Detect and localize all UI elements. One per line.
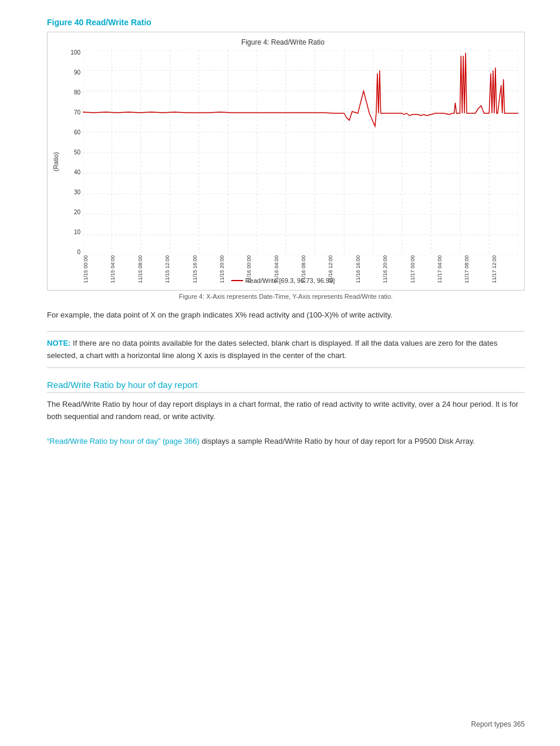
y-tick-30: 30 bbox=[64, 190, 83, 195]
note-label: NOTE: bbox=[47, 339, 70, 347]
section-text1: The Read/Write Ratio by hour of day repo… bbox=[47, 400, 518, 421]
x-label-5: 11/15 20:00 bbox=[219, 255, 246, 285]
y-tick-60: 60 bbox=[64, 130, 83, 136]
x-label-12: 11/17 00:00 bbox=[410, 255, 437, 285]
x-label-8: 11/16 08:00 bbox=[301, 255, 328, 285]
x-label-14: 11/17 08:00 bbox=[464, 255, 491, 285]
chart-inner: 0 10 20 30 40 50 60 70 80 90 100 bbox=[64, 50, 518, 273]
section-body: The Read/Write Ratio by hour of day repo… bbox=[47, 399, 525, 447]
y-ticks: 0 10 20 30 40 50 60 70 80 90 100 bbox=[64, 50, 83, 255]
section-link[interactable]: “Read/Write Ratio by hour of day” (page … bbox=[47, 437, 200, 445]
footer-text: Report types 365 bbox=[471, 720, 525, 728]
section-text2: displays a sample Read/Write Ratio by ho… bbox=[200, 437, 475, 445]
chart-svg bbox=[83, 50, 518, 255]
x-label-6: 11/16 00:00 bbox=[246, 255, 273, 285]
y-tick-80: 80 bbox=[64, 90, 83, 96]
y-tick-0: 0 bbox=[64, 249, 83, 255]
x-label-10: 11/16 16:00 bbox=[355, 255, 382, 285]
x-label-15: 11/17 12:00 bbox=[491, 255, 518, 285]
section-heading: Read/Write Ratio by hour of day report bbox=[47, 380, 525, 393]
body-text-example: For example, the data point of X on the … bbox=[47, 309, 525, 322]
chart-area: (Ratio) 0 10 20 30 40 50 60 70 80 90 100 bbox=[48, 50, 518, 273]
x-label-1: 11/15 04:00 bbox=[110, 255, 137, 285]
note-text: If there are no data points available fo… bbox=[47, 339, 497, 360]
y-tick-90: 90 bbox=[64, 70, 83, 76]
x-axis-labels: 11/15 00:00 11/15 04:00 11/15 08:00 11/1… bbox=[83, 255, 518, 273]
x-label-2: 11/15 08:00 bbox=[137, 255, 164, 285]
y-tick-50: 50 bbox=[64, 150, 83, 156]
y-tick-100: 100 bbox=[64, 50, 83, 56]
x-label-3: 11/15 12:00 bbox=[164, 255, 191, 285]
x-label-7: 11/16 04:00 bbox=[274, 255, 301, 285]
y-tick-20: 20 bbox=[64, 210, 83, 215]
graph-region bbox=[83, 50, 518, 255]
x-label-9: 11/16 12:00 bbox=[328, 255, 355, 285]
chart-container: Figure 4: Read/Write Ratio (Ratio) 0 10 … bbox=[47, 32, 525, 291]
chart-title: Figure 4: Read/Write Ratio bbox=[48, 38, 518, 46]
chart-caption: Figure 4: X-Axis represents Date-Time, Y… bbox=[47, 293, 525, 300]
y-axis-label: (Ratio) bbox=[48, 50, 64, 273]
y-tick-40: 40 bbox=[64, 170, 83, 175]
y-tick-10: 10 bbox=[64, 229, 83, 235]
x-label-0: 11/15 00:00 bbox=[83, 255, 110, 285]
note-block: NOTE: If there are no data points availa… bbox=[47, 331, 525, 369]
x-label-4: 11/15 16:00 bbox=[192, 255, 219, 285]
y-tick-70: 70 bbox=[64, 110, 83, 116]
x-label-11: 11/16 20:00 bbox=[382, 255, 409, 285]
x-label-13: 11/17 04:00 bbox=[437, 255, 464, 285]
figure-heading: Figure 40 Read/Write Ratio bbox=[47, 18, 525, 27]
